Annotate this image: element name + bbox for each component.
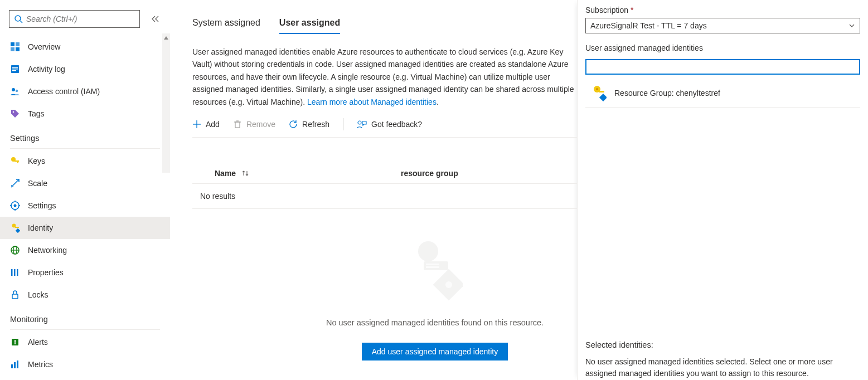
refresh-button[interactable]: Refresh [289, 120, 329, 129]
svg-rect-25 [16, 228, 20, 233]
sidebar-nav: Overview Activity log Access control (IA… [0, 33, 170, 376]
selected-identities-heading: Selected identities: [585, 340, 860, 349]
feedback-button[interactable]: Got feedback? [357, 120, 422, 129]
add-identity-cta-button[interactable]: Add user assigned managed identity [362, 343, 508, 360]
no-results-row: No results [192, 184, 577, 209]
resource-group-option[interactable]: Resource Group: chenyltestref [585, 77, 860, 108]
collapse-sidebar-button[interactable] [150, 13, 161, 25]
remove-button: Remove [233, 120, 275, 129]
feedback-label: Got feedback? [371, 120, 422, 129]
svg-rect-9 [12, 70, 16, 71]
svg-rect-31 [17, 269, 18, 276]
svg-rect-34 [14, 340, 16, 343]
sidebar-item-properties[interactable]: Properties [0, 261, 170, 284]
networking-icon [10, 245, 20, 255]
add-button[interactable]: Add [192, 120, 220, 129]
svg-rect-8 [12, 69, 18, 70]
tab-user-assigned[interactable]: User assigned [279, 14, 340, 33]
sidebar-item-label: Access control (IAM) [28, 87, 100, 96]
sidebar-item-tags[interactable]: Tags [0, 103, 170, 125]
divider [10, 329, 160, 330]
sidebar-item-label: Overview [28, 42, 60, 51]
metrics-icon [10, 359, 20, 369]
sidebar-item-label: Networking [28, 246, 67, 255]
refresh-label: Refresh [302, 120, 329, 129]
svg-point-45 [418, 241, 438, 261]
scrollbar-up-icon [162, 33, 170, 42]
sidebar-item-label: Scale [28, 179, 47, 188]
remove-label: Remove [246, 120, 275, 129]
sort-icon [241, 169, 249, 177]
sidebar-item-identity[interactable]: Identity [0, 217, 170, 239]
chevron-double-left-icon [152, 15, 159, 23]
sidebar-item-networking[interactable]: Networking [0, 239, 170, 261]
toolbar: Add Remove Refresh Got feedback? [192, 118, 577, 138]
svg-rect-4 [11, 47, 14, 51]
refresh-icon [289, 120, 298, 129]
svg-rect-38 [17, 360, 18, 368]
svg-rect-48 [426, 266, 439, 268]
svg-rect-35 [14, 343, 16, 344]
sidebar-item-label: Metrics [28, 360, 53, 369]
svg-rect-24 [15, 227, 19, 228]
subscription-label: Subscription * [585, 6, 860, 14]
plus-icon [192, 120, 201, 129]
lock-icon [10, 290, 20, 300]
identity-tabs: System assigned User assigned [192, 14, 577, 33]
svg-rect-7 [12, 67, 18, 68]
sidebar-search-row [0, 10, 170, 33]
table-header: Name resource group [192, 163, 577, 184]
sidebar-item-overview[interactable]: Overview [0, 36, 170, 58]
alert-icon [10, 337, 20, 347]
sidebar-item-alerts[interactable]: Alerts [0, 331, 170, 353]
sidebar-item-metrics[interactable]: Metrics [0, 353, 170, 376]
divider [10, 148, 160, 149]
column-name[interactable]: Name [200, 169, 401, 178]
overview-icon [10, 42, 20, 52]
sidebar-item-label: Settings [28, 201, 56, 210]
subscription-select[interactable]: AzureSignalR Test - TTL = 7 days [585, 18, 860, 33]
identities-search-input[interactable] [585, 59, 860, 75]
sidebar-scrollbar[interactable] [162, 33, 170, 173]
required-asterisk: * [631, 6, 633, 14]
svg-rect-29 [11, 269, 13, 276]
svg-rect-53 [599, 91, 604, 92]
sidebar-item-access-control[interactable]: Access control (IAM) [0, 80, 170, 103]
learn-more-link[interactable]: Learn more about Managed identities [307, 98, 437, 106]
selected-identities-text: No user assigned managed identities sele… [585, 356, 859, 380]
svg-point-0 [15, 16, 21, 21]
identities-label: User assigned managed identities [585, 43, 860, 52]
svg-rect-3 [16, 42, 20, 46]
sidebar-item-label: Properties [28, 268, 64, 277]
add-label: Add [206, 120, 220, 129]
svg-rect-37 [14, 362, 16, 368]
sidebar-item-label: Keys [28, 157, 45, 165]
sidebar-item-scale[interactable]: Scale [0, 172, 170, 194]
key-icon [10, 156, 20, 166]
sidebar-item-label: Activity log [28, 65, 65, 74]
properties-icon [10, 267, 20, 277]
sidebar-item-locks[interactable]: Locks [0, 284, 170, 306]
sidebar-item-activity-log[interactable]: Activity log [0, 58, 170, 80]
gear-icon [10, 201, 20, 211]
app-root: Overview Activity log Access control (IA… [0, 0, 868, 380]
sidebar-item-keys[interactable]: Keys [0, 150, 170, 172]
tag-icon [10, 109, 20, 119]
sidebar-search-box[interactable] [9, 10, 140, 28]
sidebar-item-label: Identity [28, 223, 53, 232]
sidebar-item-settings[interactable]: Settings [0, 194, 170, 217]
svg-rect-46 [424, 261, 448, 270]
search-input[interactable] [23, 14, 135, 24]
svg-point-10 [12, 88, 15, 91]
svg-rect-16 [11, 185, 13, 187]
resource-group-name: chenyltestref [676, 89, 720, 98]
log-icon [10, 64, 20, 74]
svg-rect-5 [16, 47, 20, 51]
tab-system-assigned[interactable]: System assigned [192, 14, 260, 33]
resource-group-prefix: Resource Group: [614, 89, 676, 98]
sidebar-item-label: Tags [28, 109, 45, 118]
svg-line-1 [20, 21, 22, 23]
svg-rect-41 [235, 122, 240, 128]
column-resource-group[interactable]: resource group [401, 169, 458, 178]
svg-rect-36 [11, 364, 13, 368]
